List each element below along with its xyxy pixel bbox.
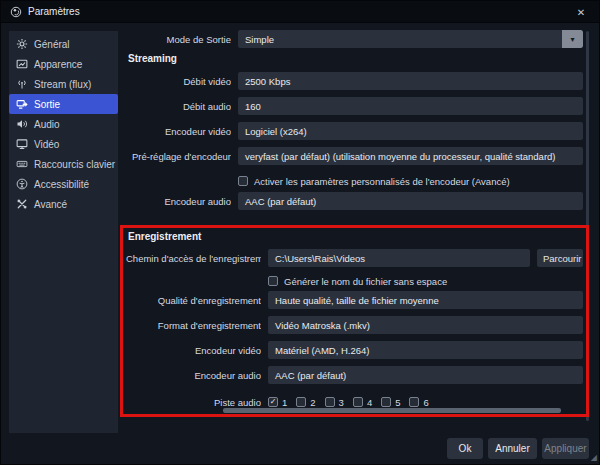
audio-track-5-checkbox[interactable]	[381, 397, 391, 407]
broadcast-icon	[16, 78, 28, 90]
sidebar-item-label: Audio	[34, 119, 60, 130]
encoder-preset-label: Pré-réglage d'encodeur	[126, 151, 231, 162]
sidebar-item-video[interactable]: Vidéo	[9, 134, 118, 154]
output-mode-select[interactable]: Simple ▾	[238, 30, 583, 48]
output-mode-label: Mode de Sortie	[126, 34, 231, 45]
recording-video-encoder-select[interactable]: Matériel (AMD, H.264)	[268, 341, 583, 359]
cancel-button[interactable]: Annuler	[488, 438, 537, 459]
sidebar-item-label: Avancé	[34, 199, 67, 210]
audio-track-6-checkbox[interactable]	[409, 397, 419, 407]
audio-track-label: Piste audio	[126, 397, 261, 408]
audio-track-2-checkbox[interactable]	[296, 397, 306, 407]
custom-encoder-checkbox[interactable]	[238, 176, 248, 186]
close-icon[interactable]: ✕	[573, 5, 589, 19]
browse-button[interactable]: Parcourir	[537, 249, 583, 267]
audio-track-5: 5	[381, 397, 400, 408]
recording-format-select[interactable]: Vidéo Matroska (.mkv)	[268, 316, 583, 334]
stream-audio-encoder-row: Encodeur audio AAC (par défaut)	[126, 192, 583, 210]
window-title: Paramètres	[28, 6, 80, 17]
stream-audio-encoder-select[interactable]: AAC (par défaut)	[238, 192, 583, 210]
appearance-icon	[16, 58, 28, 70]
sidebar-item-appearance[interactable]: Apparence	[9, 54, 118, 74]
video-bitrate-label: Débit vidéo	[126, 76, 231, 87]
audio-bitrate-value: 160	[245, 101, 261, 112]
vertical-scrollbar[interactable]	[586, 31, 589, 421]
recording-path-label: Chemin d'accès de l'enregistrement	[126, 253, 261, 264]
stream-video-encoder-select[interactable]: Logiciel (x264)	[238, 122, 583, 140]
check-icon: ✓	[270, 398, 277, 406]
audio-track-6: 6	[409, 397, 428, 408]
output-mode-row: Mode de Sortie Simple ▾	[126, 30, 583, 48]
audio-track-number: 1	[282, 397, 287, 408]
accessibility-icon	[16, 178, 28, 190]
sidebar-item-hotkeys[interactable]: Raccourcis clavier	[9, 154, 118, 174]
resize-grip-icon[interactable]: ◢	[591, 453, 597, 462]
sidebar-item-label: Apparence	[34, 59, 82, 70]
recording-path-input[interactable]: C:\Users\Rais\Videos	[268, 249, 530, 267]
audio-track-3: 3	[325, 397, 344, 408]
sidebar-item-audio[interactable]: Audio	[9, 114, 118, 134]
audio-bitrate-select[interactable]: 160	[238, 97, 583, 115]
streaming-section-title: Streaming	[128, 53, 177, 64]
audio-track-4-checkbox[interactable]	[353, 397, 363, 407]
keyboard-icon	[16, 158, 28, 170]
horizontal-scrollbar[interactable]	[223, 408, 561, 413]
sidebar-item-output[interactable]: Sortie	[9, 94, 118, 114]
no-space-checkbox[interactable]	[268, 276, 278, 286]
recording-section-title: Enregistrement	[128, 231, 201, 242]
gear-icon	[16, 38, 28, 50]
recording-video-encoder-row: Encodeur vidéo Matériel (AMD, H.264)	[126, 341, 583, 359]
audio-track-2: 2	[296, 397, 315, 408]
audio-track-number: 5	[395, 397, 400, 408]
recording-format-value: Vidéo Matroska (.mkv)	[275, 320, 370, 331]
obs-settings-window: { "titlebar": { "title": "Paramètres" },…	[0, 0, 600, 465]
recording-audio-encoder-row: Encodeur audio AAC (par défaut)	[126, 366, 583, 384]
recording-audio-encoder-label: Encodeur audio	[126, 370, 261, 381]
recording-quality-value: Haute qualité, taille de fichier moyenne	[275, 295, 439, 306]
audio-track-number: 6	[423, 397, 428, 408]
recording-quality-label: Qualité d'enregistrement	[126, 295, 261, 306]
speaker-icon	[16, 118, 28, 130]
chevron-down-icon[interactable]: ▾	[562, 30, 583, 48]
titlebar: Paramètres ✕	[1, 1, 599, 23]
recording-video-encoder-value: Matériel (AMD, H.264)	[275, 345, 370, 356]
sidebar-item-label: Accessibilité	[34, 179, 89, 190]
settings-sidebar: Général Apparence Stream (flux) Sortie A…	[9, 31, 118, 433]
audio-track-number: 3	[339, 397, 344, 408]
monitor-icon	[16, 138, 28, 150]
recording-quality-select[interactable]: Haute qualité, taille de fichier moyenne	[268, 291, 583, 309]
sidebar-item-stream[interactable]: Stream (flux)	[9, 74, 118, 94]
recording-format-label: Format d'enregistrement	[126, 320, 261, 331]
recording-format-row: Format d'enregistrement Vidéo Matroska (…	[126, 316, 583, 334]
sidebar-item-advanced[interactable]: Avancé	[9, 194, 118, 214]
output-mode-value: Simple	[245, 34, 274, 45]
audio-track-4: 4	[353, 397, 372, 408]
ok-button[interactable]: Ok	[447, 438, 483, 459]
stream-video-encoder-row: Encodeur vidéo Logiciel (x264)	[126, 122, 583, 140]
apply-button[interactable]: Appliquer	[542, 438, 589, 459]
stream-audio-encoder-value: AAC (par défaut)	[245, 196, 316, 207]
sidebar-item-accessibility[interactable]: Accessibilité	[9, 174, 118, 194]
custom-encoder-checkbox-row: Activer les paramètres personnalisés de …	[126, 172, 583, 190]
stream-audio-encoder-label: Encodeur audio	[126, 196, 231, 207]
audio-track-1-checkbox[interactable]: ✓	[268, 397, 278, 407]
stream-video-encoder-label: Encodeur vidéo	[126, 126, 231, 137]
audio-track-3-checkbox[interactable]	[325, 397, 335, 407]
sidebar-item-label: Stream (flux)	[34, 79, 91, 90]
recording-audio-encoder-value: AAC (par défaut)	[275, 370, 346, 381]
recording-video-encoder-label: Encodeur vidéo	[126, 345, 261, 356]
audio-track-1: ✓ 1	[268, 397, 287, 408]
encoder-preset-select[interactable]: veryfast (par défaut) (utilisation moyen…	[238, 147, 583, 165]
encoder-preset-row: Pré-réglage d'encodeur veryfast (par déf…	[126, 147, 583, 165]
sidebar-item-label: Raccourcis clavier	[34, 159, 115, 170]
stream-video-encoder-value: Logiciel (x264)	[245, 126, 307, 137]
sidebar-item-label: Vidéo	[34, 139, 59, 150]
obs-logo-icon	[10, 6, 22, 18]
video-bitrate-input[interactable]: 2500 Kbps	[238, 72, 583, 90]
recording-audio-encoder-select[interactable]: AAC (par défaut)	[268, 366, 583, 384]
video-bitrate-value: 2500 Kbps	[245, 76, 290, 87]
audio-bitrate-label: Débit audio	[126, 101, 231, 112]
custom-encoder-checkbox-label: Activer les paramètres personnalisés de …	[254, 176, 510, 187]
audio-bitrate-row: Débit audio 160	[126, 97, 583, 115]
sidebar-item-general[interactable]: Général	[9, 34, 118, 54]
